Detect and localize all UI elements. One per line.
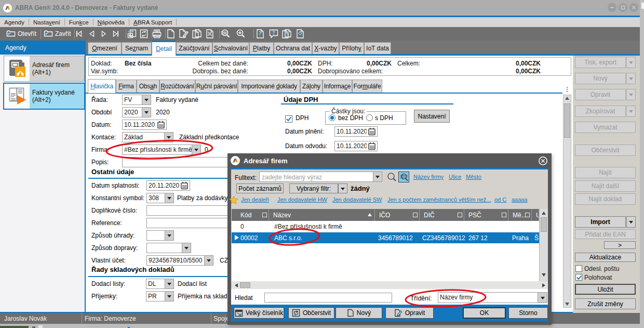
tab-omezeni[interactable]: Omezení [88,42,122,54]
aktualizace-button[interactable]: Aktualizace [575,253,636,262]
tab-detail[interactable]: Detail [152,41,176,56]
tab-platby[interactable]: Platby [249,42,274,54]
najit-button[interactable]: Najít [575,167,636,178]
help-bubble-icon[interactable]: ? [268,28,279,40]
tab-prilohy[interactable]: Přílohy [339,42,364,54]
filter-link-jen-s-poctem-zamestnancu[interactable]: Jen s počtem zaměstnanců větším než... [387,196,491,203]
scrollbar-thumb[interactable] [564,103,570,138]
open-button[interactable]: Otevřít [3,28,39,40]
uhrada-combo[interactable] [146,230,174,241]
menu-item-2[interactable]: Funkce [65,19,93,25]
maximize-icon[interactable] [619,3,627,12]
detail-tab-hlavicka[interactable]: Hlavička [88,79,116,93]
doc-delete-icon[interactable] [204,28,216,40]
nav-last-icon[interactable] [110,28,121,40]
novy-dropdown-icon[interactable] [626,73,636,84]
window-refresh-icon[interactable] [138,28,150,40]
help-doc-icon[interactable]: ? [254,28,266,40]
column-header-kod[interactable]: Kód [232,209,269,221]
import-button[interactable]: Import [575,216,626,228]
menu-item-3[interactable]: Nápověda [93,19,129,25]
sidebar-item-adresar-firem[interactable]: Adresář firem(Alt+1) [4,56,85,82]
detail-tab-zalohy[interactable]: Zálohy [300,80,323,93]
dropdown-arrow-icon[interactable] [142,95,151,104]
radio-bez-dph[interactable] [329,114,336,121]
search-zoom-out-icon[interactable] [220,28,232,40]
najit-doklad-button[interactable]: Najít doklad [575,193,636,205]
dropdown-arrow-icon[interactable] [165,279,173,288]
dropdown-arrow-icon[interactable] [142,108,151,117]
column-header-dic[interactable]: DIČ [420,209,464,221]
scroll-down-icon[interactable] [565,303,569,306]
column-header-nazev[interactable]: Název [269,209,375,221]
vybrany-filtr-dropdown-icon[interactable] [338,183,347,193]
tab-x-vazby[interactable]: X-vazby [312,42,339,54]
odesl-postu-checkbox[interactable] [575,265,582,272]
doc-edit-icon[interactable] [178,28,190,40]
radio-s-dph[interactable] [366,114,373,121]
kontace-combo[interactable]: Základ [122,132,173,142]
tab-zauctovani[interactable]: Zaúčtování [176,42,212,54]
obdobi-combo[interactable]: 2020 [122,107,151,117]
favorite-star-icon[interactable] [229,195,238,206]
detail-tab-obsah[interactable]: Obsah [137,80,159,93]
detail-tab-rozuctovani[interactable]: Rozúčtování [159,80,195,93]
search-icon[interactable] [386,172,398,184]
form-scrollbar[interactable] [563,95,571,308]
help-docs-icon[interactable]: ? [281,28,292,40]
column-filter-icon[interactable] [525,213,530,217]
column-filter-icon[interactable] [458,213,462,217]
scrollbar-thumb[interactable] [240,282,250,288]
nav-next-icon[interactable] [98,28,110,40]
column-header-psc[interactable]: PSČ [464,209,508,221]
dialog-title-bar[interactable]: Adresář firem [227,153,552,168]
doc-new-icon[interactable] [165,28,177,40]
hledat-input[interactable] [264,293,392,303]
table-row-selected[interactable]: 00002 ABC s.r.o. 3456789012 CZ3456789012… [232,232,539,243]
scroll-up-icon[interactable] [542,212,546,215]
calendar-icon[interactable] [367,127,377,136]
close-button[interactable]: Zavřít [41,28,74,40]
polohovat-checkbox[interactable] [575,274,582,281]
tab-seznam[interactable]: Seznam [122,42,152,54]
velky-ciselnik-button[interactable]: Velký číselník [234,307,284,319]
dropdown-arrow-icon[interactable] [192,145,200,154]
detail-tab-firma[interactable]: Firma [116,80,137,93]
menu-item-1[interactable]: Nastavení [29,19,64,25]
sort-link-nazev-firmy[interactable]: Název firmy [413,174,444,180]
sort-link-ulice[interactable]: Ulice [449,174,461,180]
calendar-icon[interactable] [367,141,377,151]
filter-link-jen-dodavatele-hw[interactable]: Jen dodavatelé HW [277,196,327,203]
zrusit-zmeny-button[interactable]: Zrušit změny [575,298,636,309]
dropdown-arrow-icon[interactable] [164,133,173,142]
column-header-ulice[interactable]: U [532,209,539,221]
menu-item-4[interactable]: ABRA Support [129,19,176,25]
dialog-close-icon[interactable] [539,156,547,167]
nastaveni-button[interactable]: Nastavení [414,110,450,123]
nav-first-icon[interactable] [74,28,85,40]
detail-tab-importovane-doklady[interactable]: Importované doklady [238,80,300,93]
tab-iot-data[interactable]: IoT data [364,42,391,54]
opravit-button[interactable]: Opravit [575,89,626,100]
table-hscrollbar[interactable] [232,281,548,289]
novy-button[interactable]: Nový [336,307,382,319]
dropdown-arrow-icon[interactable] [538,293,547,303]
ulozit-button[interactable]: Uložit [575,284,636,295]
column-header-ico[interactable]: IČO [375,209,420,221]
scrollbar-thumb[interactable] [541,217,547,232]
sidebar-item-faktury-vydane[interactable]: Faktury vydané(Alt+2) [3,83,85,110]
filter-link-jen-dodavatele-sw[interactable]: Jen dodavatelé SW [332,196,382,203]
storno-button[interactable]: Storno [508,307,548,319]
vymazat-button[interactable]: Vymazat [575,122,636,133]
dropdown-arrow-icon[interactable] [204,256,213,265]
column-filter-icon[interactable] [413,213,418,217]
menu-item-0[interactable]: Agendy [0,19,29,25]
trideni-combo[interactable]: Název firmy [438,292,547,303]
column-filter-icon[interactable] [262,213,267,217]
filter-link-aaaaa[interactable]: aaaaa [512,196,528,203]
ucet-combo[interactable]: 92345678910/5500 [146,255,213,266]
obcerstvit-button[interactable]: Občerstvit [575,145,636,156]
help-navigate-icon[interactable] [294,28,306,40]
dropdown-arrow-icon[interactable] [373,172,382,181]
column-filter-icon[interactable] [502,213,506,217]
